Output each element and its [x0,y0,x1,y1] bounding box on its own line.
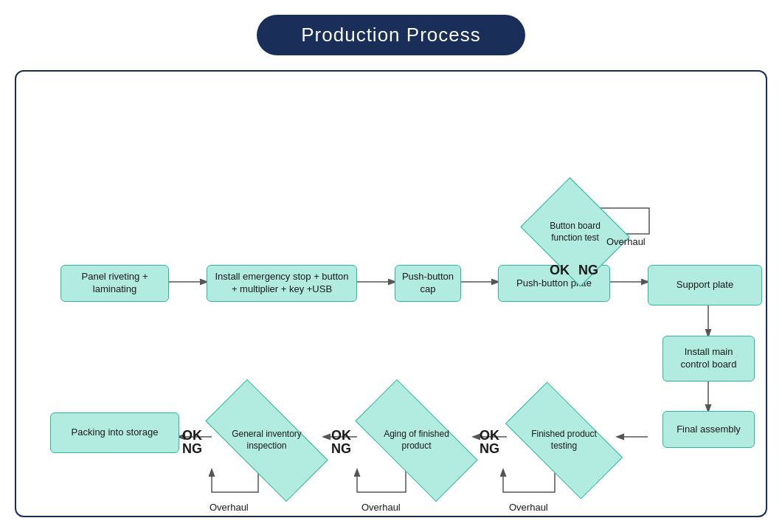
final-assembly-box: Final assembly [662,411,755,448]
install-emergency-box: Install emergency stop + button + multip… [207,265,357,302]
aging-ok-ng: OKNG [331,429,351,455]
ok-label4: OK [182,429,202,442]
ng-label4: NG [182,442,202,455]
button-board-diamond: Button board function test [533,197,617,267]
packing-box: Packing into storage [50,412,179,453]
ok-label3: OK [331,429,351,442]
inventory-overhaul: Overhaul [210,502,249,513]
install-main-box: Install main control board [662,336,755,381]
page-title: Production Process [301,24,480,46]
finished-testing-overhaul: Overhaul [509,502,548,513]
title-bar: Production Process [257,15,525,55]
finished-testing-ok-ng: OKNG [480,429,499,455]
push-button-cap-box: Push-button cap [395,265,461,302]
ng-label3: NG [331,442,351,455]
support-plate-box: Support plate [648,265,762,305]
button-board-ok-ng: OKNG [550,263,598,278]
aging-diamond: Aging of finished product [359,411,474,470]
inventory-ok-ng: OKNG [182,429,202,455]
general-inventory-diamond: General inventory inspection [210,411,324,470]
button-board-overhaul: Overhaul [606,236,646,247]
finished-product-testing-diamond: Finished product testing [511,411,617,470]
ng-label2: NG [480,442,499,455]
diagram-container: Panel riveting + laminating Install emer… [15,70,767,517]
ng-label1: NG [578,263,598,277]
aging-overhaul: Overhaul [361,502,401,513]
panel-riveting-box: Panel riveting + laminating [60,265,169,302]
ok-label2: OK [480,429,499,442]
ok-label1: OK [550,263,570,277]
